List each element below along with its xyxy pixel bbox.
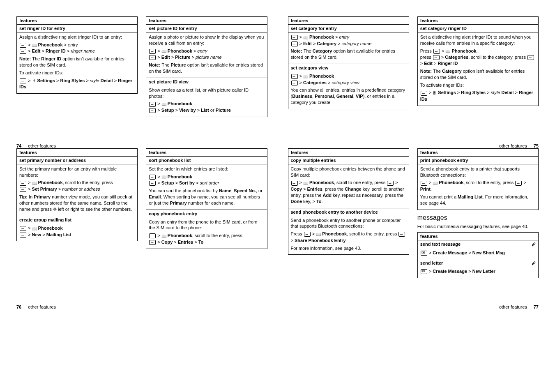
label: Ring Styles [461, 90, 486, 95]
menu-icon [20, 187, 26, 192]
settings-icon [32, 78, 36, 84]
feature-box: features copy multiple entries Copy mult… [288, 148, 409, 255]
box-body: Assign a distinctive ring alert (ringer … [17, 32, 137, 93]
box-subheader: set ringer ID for entry [17, 25, 137, 32]
box-body: Set the primary number for an entry with… [17, 164, 137, 216]
label: Phonebook [38, 180, 63, 185]
page-74: features set ringer ID for entry Assign … [16, 16, 267, 119]
text: , press the [322, 187, 345, 191]
box-body: Set the order in which entries are liste… [146, 164, 267, 210]
path: > Phonebook > Setup > View by > List or … [149, 101, 264, 113]
text: You cannot print a [420, 194, 458, 199]
page-number: 77 [534, 304, 539, 309]
var: address [84, 187, 100, 191]
menu-icon [20, 233, 26, 238]
label: New Short Msg [472, 250, 505, 255]
label: List [201, 108, 209, 113]
label: Setup [161, 180, 174, 185]
label: Phonebook [309, 74, 334, 78]
menu-icon [433, 55, 440, 60]
label: Phonebook [168, 48, 192, 53]
text: press [420, 55, 433, 60]
label: Setup [161, 108, 174, 113]
label: Picture [216, 108, 231, 113]
feature-box: features send text message > Create Mess… [417, 232, 539, 279]
label: Picture [175, 55, 190, 60]
da-icon [532, 242, 536, 247]
label: Mailing List [458, 194, 483, 199]
message-icon [421, 251, 427, 256]
menu-icon [421, 91, 427, 96]
tip: Tip: In Primary number view mode, you ca… [19, 194, 135, 212]
box-body: > Phonebook > Categories > category view… [288, 71, 409, 109]
phonebook-icon [161, 101, 166, 107]
feature-box: features set category for entry > Phoneb… [288, 16, 409, 109]
text: You can sort the phonebook list by Name,… [149, 188, 264, 206]
phonebook-icon [161, 174, 166, 180]
var: entry [339, 35, 349, 39]
text: Press [420, 48, 433, 53]
label: Phonebook [439, 180, 463, 185]
text: To activate ringer IDs: [420, 82, 536, 88]
box-header: features [418, 17, 538, 25]
label: Ring Styles [60, 78, 85, 83]
var: picture name [196, 55, 222, 60]
label: Categories [445, 55, 468, 60]
text: number for each name. [187, 201, 235, 205]
text: , [476, 48, 477, 53]
label: Create Message [433, 250, 467, 255]
label: Picture [170, 62, 186, 67]
label: General [336, 94, 353, 99]
label: New Letter [472, 269, 495, 274]
box-body: Assign a photo or picture to show in the… [146, 32, 267, 78]
text: Press [291, 231, 304, 236]
text: For more information, see page 43. [291, 245, 406, 251]
box-header: features [146, 17, 267, 25]
settings-icon [433, 90, 437, 96]
feature-box: features print phonebook entry Send a ph… [417, 148, 539, 210]
label: Note: [149, 62, 161, 67]
box-subheader: create group mailing list [17, 216, 137, 224]
menu-icon [149, 181, 156, 186]
phonebook-icon [303, 180, 308, 186]
label: Speed No. [234, 188, 256, 193]
text: Copy an entry from the phone to the SIM … [149, 219, 264, 231]
path: > Phonebook, scroll to the entry, press … [420, 180, 536, 192]
section-heading: messages [417, 214, 539, 221]
page-75: features set category for entry > Phoneb… [288, 16, 539, 119]
page-76: features set primary number or address S… [16, 148, 267, 280]
note: Note: The Category option isn't availabl… [420, 68, 536, 81]
text: Set a distinctive ring alert (ringer ID)… [420, 34, 536, 46]
label: Ringer ID [46, 48, 66, 53]
text: In [29, 194, 34, 199]
menu-icon [387, 181, 394, 186]
footer-text: other features [499, 304, 527, 309]
label: Sort by [179, 180, 195, 185]
phonebook-icon [445, 48, 450, 54]
page-number: 74 [16, 143, 21, 148]
phonebook-icon [303, 35, 308, 41]
label: Edit [424, 61, 433, 66]
text: . [322, 199, 323, 204]
label: Add [323, 193, 332, 198]
path: > Settings > Ring Styles > style Detail … [19, 78, 135, 90]
text: The [433, 69, 442, 74]
box-subheader: set primary number or address [17, 157, 137, 164]
label: send text message [420, 242, 461, 247]
box-body: Copy multiple phonebook entries between … [288, 164, 409, 208]
box-subheader: send text message [418, 240, 538, 248]
message-icon [421, 269, 427, 274]
box-subheader: set picture ID view [146, 78, 267, 85]
label: Edit [303, 41, 312, 46]
label: Share Phonebook Entry [295, 238, 346, 243]
menu-icon [291, 42, 298, 46]
menu-icon [398, 232, 405, 237]
box-subheader: set category view [288, 64, 409, 71]
note: Note: The Ringer ID option isn't availab… [19, 56, 135, 68]
box-subheader: sort phonebook list [146, 157, 267, 164]
label: Categories [303, 80, 327, 85]
label: Mailing List [46, 232, 71, 237]
var: style [491, 90, 500, 95]
menu-icon [149, 233, 156, 238]
label: Phonebook [168, 174, 192, 179]
